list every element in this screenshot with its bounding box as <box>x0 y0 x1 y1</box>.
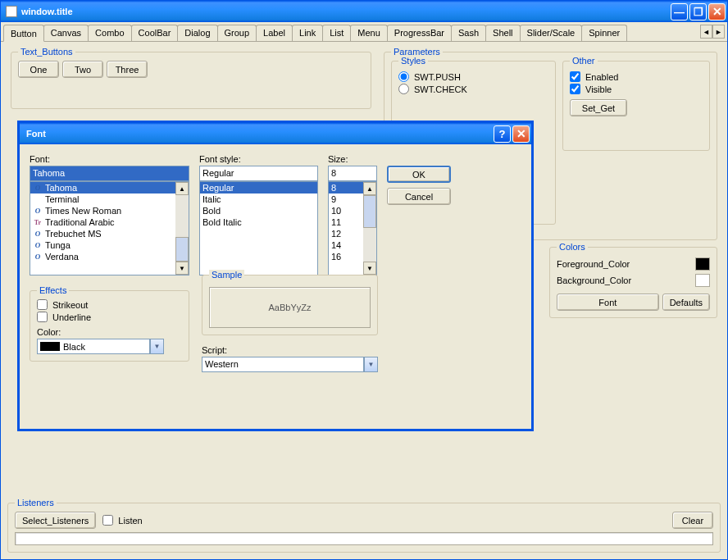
tab-group[interactable]: Group <box>217 25 257 41</box>
style-list-item[interactable]: Regular <box>200 182 317 193</box>
tab-menu[interactable]: Menu <box>350 25 388 41</box>
close-button[interactable]: ✕ <box>708 3 726 20</box>
tab-sash[interactable]: Sash <box>451 25 486 41</box>
size-list-item[interactable]: 10 <box>329 205 363 216</box>
other-group: Other Enabled Visible Set_Get <box>562 61 710 151</box>
tab-scroll-right[interactable]: ► <box>712 25 725 39</box>
two-button[interactable]: Two <box>62 61 103 78</box>
style-list-item[interactable]: Bold <box>200 205 317 216</box>
styles-label: Styles <box>398 56 428 66</box>
tab-link[interactable]: Link <box>292 25 323 41</box>
colors-group: Colors Foreground_Color Background_Color… <box>549 247 717 318</box>
tab-progressbar[interactable]: ProgressBar <box>387 25 452 41</box>
script-dropdown[interactable]: Western ▼ <box>202 357 378 372</box>
listen-checkbox[interactable] <box>102 515 113 526</box>
font-type-icon: O <box>33 183 43 193</box>
font-dialog: Font ? ✕ Font: Tahoma OTahomaTerminalOTi… <box>17 121 534 431</box>
font-button[interactable]: Font <box>557 294 659 311</box>
setget-button[interactable]: Set_Get <box>570 99 627 116</box>
font-list-item[interactable]: Terminal <box>30 193 175 205</box>
script-value: Western <box>202 357 364 372</box>
font-list-item[interactable]: OVerdana <box>30 251 175 262</box>
three-button[interactable]: Three <box>107 61 148 78</box>
underline-label: Underline <box>52 312 91 322</box>
ok-button[interactable]: OK <box>387 166 451 183</box>
size-input[interactable]: 8 <box>328 166 377 181</box>
defaults-button[interactable]: Defaults <box>662 294 710 311</box>
tab-button[interactable]: Button <box>3 25 44 42</box>
size-list-item[interactable]: 12 <box>329 228 363 239</box>
style-push-label: SWT.PUSH <box>414 72 461 82</box>
style-list-item[interactable]: Bold Italic <box>200 216 317 228</box>
font-list-item[interactable]: OTahoma <box>30 182 175 193</box>
listeners-group: Listeners Select_Listeners Listen Clear <box>7 503 721 553</box>
font-list-item[interactable]: OTunga <box>30 239 175 251</box>
tab-coolbar[interactable]: CoolBar <box>131 25 179 41</box>
minimize-button[interactable]: — <box>671 3 688 20</box>
chevron-down-icon[interactable]: ▼ <box>364 357 378 372</box>
size-list-item[interactable]: 8 <box>329 182 363 193</box>
chevron-down-icon[interactable]: ▼ <box>150 339 164 354</box>
style-check-radio[interactable] <box>398 84 409 94</box>
tab-spinner[interactable]: Spinner <box>581 25 627 41</box>
style-list-item[interactable]: Italic <box>200 193 317 205</box>
tab-shell[interactable]: Shell <box>485 25 520 41</box>
tab-scroll-left[interactable]: ◄ <box>700 25 712 39</box>
help-button[interactable]: ? <box>494 125 511 143</box>
select-listeners-button[interactable]: Select_Listeners <box>15 512 96 529</box>
style-push-radio[interactable] <box>398 71 409 82</box>
color-label: Color: <box>37 327 182 337</box>
font-list[interactable]: OTahomaTerminalOTimes New RomanTrTraditi… <box>30 181 189 275</box>
tab-combo[interactable]: Combo <box>88 25 131 41</box>
size-label: Size: <box>328 154 377 164</box>
tab-sliderscale[interactable]: Slider/Scale <box>520 25 583 41</box>
tab-dialog[interactable]: Dialog <box>177 25 217 41</box>
font-dialog-title: Font <box>26 129 494 139</box>
size-list-item[interactable]: 16 <box>329 251 363 262</box>
size-list-scrollbar[interactable]: ▲▼ <box>363 182 376 275</box>
size-list-item[interactable]: 9 <box>329 193 363 205</box>
bg-label: Background_Color <box>557 275 631 285</box>
color-dropdown[interactable]: Black ▼ <box>37 339 164 354</box>
font-type-icon <box>33 194 43 204</box>
size-list-item[interactable]: 14 <box>329 239 363 251</box>
font-type-icon: Tr <box>33 217 43 227</box>
visible-checkbox[interactable] <box>570 84 580 94</box>
enabled-checkbox[interactable] <box>570 71 580 82</box>
fg-swatch[interactable] <box>695 257 710 271</box>
colors-label: Colors <box>557 242 588 252</box>
tab-canvas[interactable]: Canvas <box>43 25 89 41</box>
tab-label[interactable]: Label <box>256 25 293 41</box>
style-check-label: SWT.CHECK <box>414 84 467 94</box>
size-list[interactable]: 891011121416 ▲▼ <box>328 181 377 275</box>
color-value: Black <box>63 342 85 352</box>
clear-button[interactable]: Clear <box>672 512 713 529</box>
underline-checkbox[interactable] <box>37 312 48 322</box>
style-list[interactable]: RegularItalicBoldBold Italic <box>199 181 318 275</box>
font-type-icon: O <box>33 229 43 239</box>
app-icon <box>6 6 17 17</box>
font-list-scrollbar[interactable]: ▲▼ <box>175 182 189 275</box>
style-field-label: Font style: <box>199 154 318 164</box>
cancel-button[interactable]: Cancel <box>387 188 451 205</box>
font-dialog-close-button[interactable]: ✕ <box>512 125 530 143</box>
script-label: Script: <box>202 345 378 355</box>
font-input[interactable]: Tahoma <box>30 166 189 181</box>
effects-group: Effects Strikeout Underline Color: Black… <box>30 290 189 362</box>
font-label: Font: <box>30 154 189 164</box>
font-list-item[interactable]: TrTraditional Arabic <box>30 216 175 228</box>
style-input[interactable]: Regular <box>199 166 318 181</box>
fg-label: Foreground_Color <box>557 259 630 269</box>
tab-list[interactable]: List <box>322 25 351 41</box>
bg-swatch[interactable] <box>695 274 710 287</box>
font-type-icon: O <box>33 252 43 262</box>
strikeout-checkbox[interactable] <box>37 299 48 310</box>
maximize-button[interactable]: ❐ <box>689 3 707 20</box>
size-list-item[interactable]: 11 <box>329 216 363 228</box>
text-buttons-group: Text_Buttons One Two Three <box>11 52 371 109</box>
font-list-item[interactable]: OTimes New Roman <box>30 205 175 216</box>
font-list-item[interactable]: OTrebuchet MS <box>30 228 175 239</box>
font-dialog-titlebar: Font ? ✕ <box>20 123 531 144</box>
one-button[interactable]: One <box>18 61 59 78</box>
listeners-label: Listeners <box>15 498 57 508</box>
